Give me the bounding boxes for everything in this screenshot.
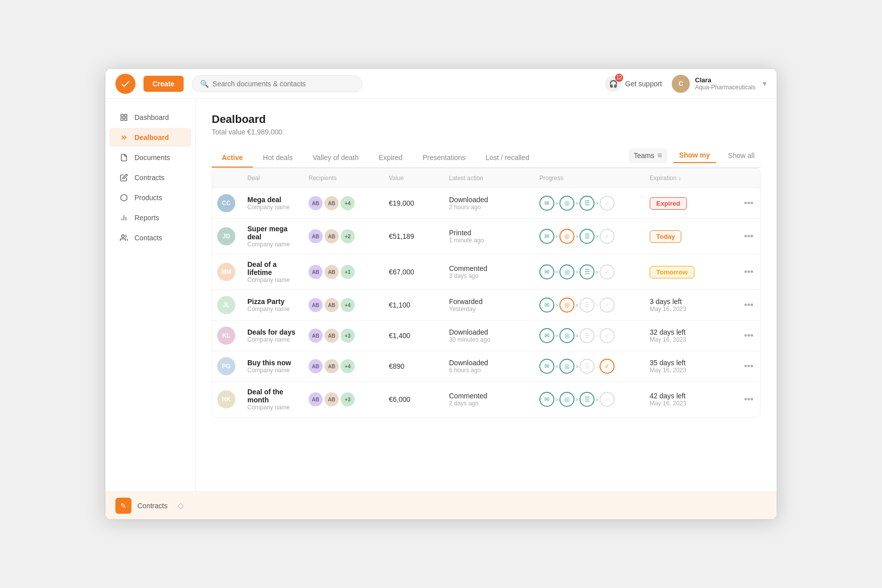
value-cell: €1,100 xyxy=(384,295,444,315)
value-cell: €1,400 xyxy=(384,326,444,346)
deal-company: Company name xyxy=(247,276,299,283)
dealboard-icon xyxy=(119,133,128,142)
action-type: Forwarded xyxy=(449,298,483,306)
more-cell: ••• xyxy=(735,323,760,349)
deal-name[interactable]: Buy this now xyxy=(247,359,291,367)
deal-name[interactable]: Deals for days xyxy=(247,328,296,336)
recipients-cell: ABAB+2 xyxy=(304,223,384,249)
expiration-cell: Expired xyxy=(645,191,735,216)
expiration-badge: Expired xyxy=(650,197,687,210)
bottom-bar-icon: ✎ xyxy=(115,498,131,514)
tab-hot-deals[interactable]: Hot deals xyxy=(253,149,303,168)
action-cell: Forwarded Yesterday xyxy=(444,291,534,319)
more-cell: ••• xyxy=(735,292,760,319)
sidebar-item-contacts[interactable]: Contacts xyxy=(109,228,191,247)
avatar-cell: HK xyxy=(212,384,242,414)
more-options-button[interactable]: ••• xyxy=(740,329,758,343)
products-icon xyxy=(119,193,128,202)
progress-cell: ✉›◎›☰›✓ xyxy=(534,190,645,217)
deal-name[interactable]: Deal of a lifetime xyxy=(247,260,299,276)
action-cell: Printed 1 minute ago xyxy=(444,223,534,250)
deal-avatar: MM xyxy=(217,263,235,281)
progress-steps: ✉›◎›☰›✓ xyxy=(539,196,615,211)
more-options-button[interactable]: ••• xyxy=(740,229,758,244)
svg-rect-3 xyxy=(124,118,127,120)
avatar-cell: KL xyxy=(212,321,242,351)
th-expiration[interactable]: Expiration ↓ xyxy=(645,169,735,188)
deal-company: Company name xyxy=(247,241,299,248)
tab-valley[interactable]: Valley of death xyxy=(303,149,369,168)
tab-lost[interactable]: Lost / recalled xyxy=(476,149,539,168)
user-dropdown-icon[interactable]: ▾ xyxy=(763,79,767,88)
bottom-chevron-icon[interactable]: ◇ xyxy=(178,501,184,510)
sidebar-item-reports[interactable]: Reports xyxy=(109,208,191,227)
sidebar-item-dashboard[interactable]: Dashboard xyxy=(109,108,191,127)
contacts-icon xyxy=(119,233,128,242)
action-time: 2 days ago xyxy=(449,400,487,407)
table-header: Deal Recipients Value Latest action Prog… xyxy=(212,169,760,188)
action-type: Downloaded xyxy=(449,196,488,204)
more-options-button[interactable]: ••• xyxy=(740,392,758,407)
more-options-button[interactable]: ••• xyxy=(740,265,758,279)
deal-name[interactable]: Mega deal xyxy=(247,196,290,204)
deal-info: Buy this now Company name xyxy=(247,359,291,374)
sidebar-item-contracts[interactable]: Contracts xyxy=(109,168,191,187)
svg-point-7 xyxy=(121,235,124,237)
deal-name[interactable]: Deal of the month xyxy=(247,388,299,404)
avatar-cell: JL xyxy=(212,290,242,320)
more-options-button[interactable]: ••• xyxy=(740,359,758,374)
expiration-days: 42 days leftMay 16, 2023 xyxy=(650,392,686,407)
tab-active[interactable]: Active xyxy=(212,149,253,168)
recipient-avatar: +3 xyxy=(341,392,355,406)
expiration-days: 3 days leftMay 16, 2023 xyxy=(650,298,686,313)
th-deal: Deal xyxy=(242,169,304,188)
search-bar[interactable]: 🔍 xyxy=(192,75,362,92)
create-button[interactable]: Create xyxy=(143,76,184,92)
sidebar-item-documents[interactable]: Documents xyxy=(109,148,191,167)
search-input[interactable] xyxy=(213,80,354,88)
documents-icon xyxy=(119,153,128,162)
recipient-avatar: AB xyxy=(309,196,323,210)
recipient-avatar: +4 xyxy=(341,196,355,210)
show-my-button[interactable]: Show my xyxy=(673,148,716,163)
tab-presentations[interactable]: Presentations xyxy=(412,149,476,168)
sidebar-label-contracts: Contracts xyxy=(134,174,165,182)
action-cell: Downloaded 2 hours ago xyxy=(444,190,534,217)
value-cell: €51,189 xyxy=(384,226,444,246)
deal-info: Super mega deal Company name xyxy=(247,225,299,248)
expiration-cell: Today xyxy=(645,224,735,249)
deal-cell: Pizza Party Company name xyxy=(242,291,304,319)
table-row: HK Deal of the month Company name ABAB+3… xyxy=(212,382,760,417)
progress-cell: ✉›◎›☰›✓ xyxy=(534,223,645,250)
topbar-right: 🎧 12 Get support C Clara Aqua-Pharmaceut… xyxy=(605,75,767,93)
teams-button[interactable]: Teams ≡ xyxy=(629,148,667,163)
show-all-button[interactable]: Show all xyxy=(722,149,761,163)
deals-table: Deal Recipients Value Latest action Prog… xyxy=(212,168,761,417)
sidebar-label-contacts: Contacts xyxy=(134,234,162,242)
sidebar-item-products[interactable]: Products xyxy=(109,188,191,207)
expiration-cell: 42 days leftMay 16, 2023 xyxy=(645,386,735,413)
logo-icon[interactable] xyxy=(115,74,135,94)
expiration-cell: Tomorrow xyxy=(645,260,735,284)
recipient-avatar: AB xyxy=(309,298,323,312)
expiration-cell: 3 days leftMay 16, 2023 xyxy=(645,291,735,319)
user-info[interactable]: C Clara Aqua-Pharmaceuticals ▾ xyxy=(672,75,767,93)
recipients-cell: ABAB+3 xyxy=(304,323,384,349)
value-cell: €67,000 xyxy=(384,262,444,282)
more-options-button[interactable]: ••• xyxy=(740,196,758,211)
page-title: Dealboard xyxy=(212,113,761,126)
recipient-avatar: AB xyxy=(309,329,323,343)
deal-avatar: KL xyxy=(217,327,235,345)
more-options-button[interactable]: ••• xyxy=(740,298,758,313)
recipients-cell: ABAB+1 xyxy=(304,259,384,285)
recipient-avatar: AB xyxy=(309,392,323,406)
topbar: Create 🔍 🎧 12 Get support C Clara Aqua-P… xyxy=(105,69,777,99)
deal-cell: Deals for days Company name xyxy=(242,322,304,349)
sidebar-item-dealboard[interactable]: Dealboard xyxy=(109,128,191,147)
tab-expired[interactable]: Expired xyxy=(369,149,412,168)
support-button[interactable]: 🎧 12 Get support xyxy=(605,76,662,92)
deal-name[interactable]: Pizza Party xyxy=(247,298,290,306)
deal-name[interactable]: Super mega deal xyxy=(247,225,299,241)
action-info: Commented 3 days ago xyxy=(449,264,487,279)
deal-cell: Deal of a lifetime Company name xyxy=(242,254,304,289)
